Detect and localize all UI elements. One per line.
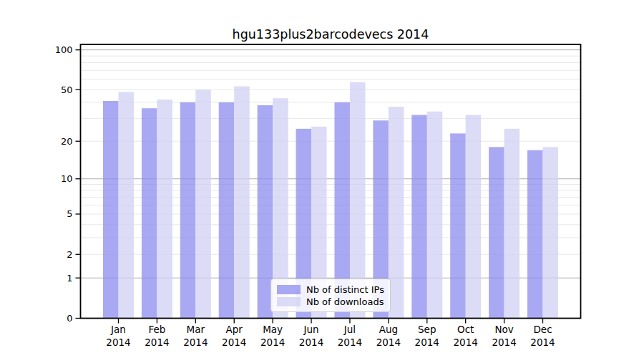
y-tick-label: 10: [61, 173, 73, 184]
bar: [543, 147, 559, 318]
x-tick-label-month: Aug: [379, 324, 398, 335]
bar: [411, 115, 427, 319]
x-tick-label-year: 2014: [260, 337, 285, 348]
legend: Nb of distinct IPs Nb of downloads: [270, 279, 391, 312]
legend-swatch-distinct-ips: [277, 285, 301, 294]
legend-label-distinct-ips: Nb of distinct IPs: [306, 285, 384, 294]
bar: [157, 100, 172, 318]
chart-title: hgu133plus2barcodevecs 2014: [233, 27, 429, 42]
x-tick-label-year: 2014: [376, 337, 401, 348]
legend-item-downloads: Nb of downloads: [277, 297, 384, 306]
legend-label-downloads: Nb of downloads: [306, 297, 384, 306]
bar: [219, 102, 235, 319]
bar: [103, 101, 119, 319]
x-tick-label-year: 2014: [183, 337, 208, 348]
x-tick-label-month: Feb: [148, 324, 165, 335]
x-tick-label-month: Jun: [303, 324, 319, 335]
x-tick-label-year: 2014: [222, 337, 246, 348]
y-tick-label: 0: [67, 313, 72, 324]
x-tick-label-year: 2014: [106, 337, 130, 348]
bar: [450, 133, 466, 318]
x-tick-label-year: 2014: [338, 337, 362, 348]
x-tick-label-month: Dec: [533, 324, 552, 335]
x-tick-label-month: Nov: [494, 324, 513, 335]
y-tick-label: 50: [61, 84, 73, 95]
y-tick-label: 20: [61, 136, 73, 147]
x-tick-label-month: Mar: [187, 324, 205, 335]
x-tick-label-year: 2014: [454, 337, 478, 348]
bar: [489, 147, 504, 318]
bar: [234, 87, 250, 319]
bar: [389, 107, 404, 318]
bar: [195, 90, 211, 318]
bar: [119, 92, 135, 318]
x-tick-label-month: Apr: [226, 324, 243, 335]
x-tick-label-year: 2014: [530, 337, 555, 348]
bar: [466, 115, 482, 319]
bar: [504, 129, 520, 319]
legend-swatch-downloads: [277, 297, 301, 306]
x-tick-label-year: 2014: [145, 337, 169, 348]
bar: [527, 150, 543, 319]
y-tick-label: 1: [67, 273, 72, 284]
bar: [142, 108, 157, 318]
y-tick-label: 100: [55, 44, 73, 55]
x-tick-label-year: 2014: [492, 337, 516, 348]
y-tick-label: 5: [67, 208, 72, 219]
chart-figure: hgu133plus2barcodevecs 2014 100502010521…: [0, 0, 644, 358]
x-tick-label-year: 2014: [299, 337, 323, 348]
x-tick-label-month: Jan: [110, 324, 126, 335]
legend-item-distinct-ips: Nb of distinct IPs: [277, 285, 384, 294]
x-tick-label-year: 2014: [415, 337, 439, 348]
x-tick-label-month: May: [263, 324, 283, 335]
bar: [180, 102, 196, 319]
x-tick-label-month: Jul: [343, 324, 356, 335]
x-tick-label-month: Sep: [418, 324, 436, 335]
x-tick-label-month: Oct: [457, 324, 474, 335]
bar: [427, 112, 443, 319]
y-tick-label: 2: [67, 249, 72, 260]
